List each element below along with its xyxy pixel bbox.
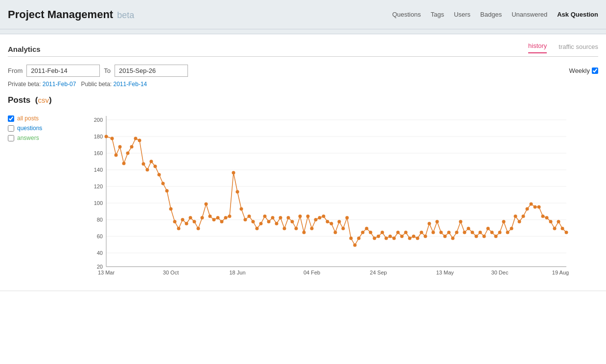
svg-point-114: [467, 227, 470, 230]
legend-questions[interactable]: questions: [8, 125, 52, 132]
date-controls: From To Weekly: [8, 65, 598, 77]
svg-point-31: [142, 162, 145, 166]
svg-point-72: [303, 231, 306, 234]
svg-point-127: [518, 220, 521, 224]
svg-point-85: [353, 244, 357, 247]
posts-heading: Posts (csv): [8, 95, 598, 105]
to-label: To: [104, 67, 111, 74]
svg-point-104: [428, 222, 431, 226]
brand: Project Management beta: [8, 8, 134, 21]
svg-point-126: [514, 215, 517, 218]
private-beta-date[interactable]: 2011-Feb-07: [43, 81, 76, 88]
svg-point-51: [220, 220, 224, 224]
from-date-input[interactable]: [26, 65, 100, 77]
svg-point-124: [506, 231, 510, 234]
legend-all-posts[interactable]: all posts: [8, 115, 52, 122]
legend-all-posts-label: all posts: [17, 115, 39, 122]
analytics-tabs: history traffic sources: [528, 42, 598, 53]
svg-point-119: [487, 227, 490, 230]
svg-point-79: [330, 222, 333, 226]
svg-point-69: [291, 220, 294, 224]
svg-point-41: [181, 218, 185, 222]
svg-point-128: [522, 215, 525, 218]
svg-point-84: [350, 237, 353, 240]
svg-point-91: [377, 235, 380, 238]
svg-point-120: [490, 231, 494, 234]
svg-point-90: [373, 237, 376, 240]
svg-text:04 Feb: 04 Feb: [303, 270, 320, 275]
svg-point-54: [232, 171, 235, 175]
svg-point-102: [420, 231, 423, 234]
subheader: [0, 29, 606, 34]
svg-point-70: [295, 227, 298, 230]
svg-point-95: [393, 237, 396, 240]
nav-users[interactable]: Users: [454, 11, 470, 18]
svg-point-111: [455, 231, 459, 234]
footer-divider: [0, 291, 606, 291]
svg-point-74: [310, 227, 314, 230]
chart-wrapper: 200 180 160 140 120 100 80 60 40 20: [60, 111, 598, 279]
svg-point-64: [271, 216, 275, 220]
svg-point-103: [424, 235, 427, 238]
legend-answers[interactable]: answers: [8, 135, 52, 141]
svg-point-139: [565, 231, 568, 234]
chart-legend: all posts questions answers: [8, 111, 52, 141]
svg-text:20: 20: [97, 264, 103, 270]
svg-text:100: 100: [94, 200, 103, 206]
nav-unanswered[interactable]: Unanswered: [512, 11, 547, 18]
svg-point-61: [259, 222, 263, 226]
svg-text:40: 40: [97, 250, 103, 256]
svg-point-67: [283, 227, 286, 230]
svg-point-58: [248, 215, 251, 218]
svg-point-27: [126, 152, 130, 155]
svg-point-101: [416, 237, 420, 240]
legend-answers-checkbox[interactable]: [8, 135, 14, 141]
svg-text:180: 180: [94, 134, 103, 139]
public-beta-date[interactable]: 2011-Feb-14: [114, 81, 147, 88]
weekly-checkbox[interactable]: [592, 68, 598, 74]
svg-point-29: [134, 137, 138, 140]
tab-traffic-sources[interactable]: traffic sources: [559, 43, 598, 53]
nav-ask-question[interactable]: Ask Question: [557, 11, 598, 18]
nav-tags[interactable]: Tags: [431, 11, 444, 18]
svg-point-96: [396, 231, 400, 234]
svg-text:30 Dec: 30 Dec: [491, 270, 509, 275]
svg-point-109: [447, 231, 451, 234]
svg-point-57: [244, 218, 247, 222]
svg-point-129: [526, 207, 529, 211]
svg-point-99: [408, 237, 412, 240]
nav-badges[interactable]: Badges: [480, 11, 502, 18]
svg-point-59: [252, 220, 255, 224]
svg-point-133: [541, 215, 545, 218]
svg-point-112: [459, 220, 463, 224]
svg-text:60: 60: [97, 233, 103, 239]
svg-point-87: [361, 231, 365, 234]
weekly-control: Weekly: [569, 67, 598, 74]
to-date-input[interactable]: [115, 65, 188, 77]
csv-link[interactable]: csv: [38, 96, 49, 104]
svg-point-24: [115, 154, 118, 157]
svg-point-86: [357, 237, 361, 240]
posts-title: Posts: [8, 95, 30, 105]
svg-point-22: [105, 135, 108, 138]
svg-text:13 May: 13 May: [436, 270, 454, 275]
svg-point-136: [553, 227, 557, 230]
svg-text:120: 120: [94, 183, 103, 189]
svg-point-131: [534, 205, 537, 209]
svg-point-94: [389, 235, 392, 238]
svg-point-82: [342, 227, 345, 230]
beta-links: Private beta: 2011-Feb-07 Public beta: 2…: [8, 81, 598, 88]
svg-point-40: [177, 227, 181, 230]
tab-history[interactable]: history: [528, 42, 547, 53]
legend-questions-checkbox[interactable]: [8, 125, 14, 132]
legend-all-posts-checkbox[interactable]: [8, 115, 14, 122]
nav-questions[interactable]: Questions: [392, 11, 421, 18]
svg-point-125: [510, 227, 513, 230]
svg-point-134: [545, 216, 549, 220]
svg-point-28: [130, 145, 134, 149]
svg-point-117: [479, 231, 482, 234]
beta-badge: beta: [117, 10, 134, 21]
legend-answers-label: answers: [17, 135, 39, 141]
chart-container: all posts questions answers 200 180 160 …: [8, 111, 598, 279]
svg-point-43: [189, 216, 192, 220]
